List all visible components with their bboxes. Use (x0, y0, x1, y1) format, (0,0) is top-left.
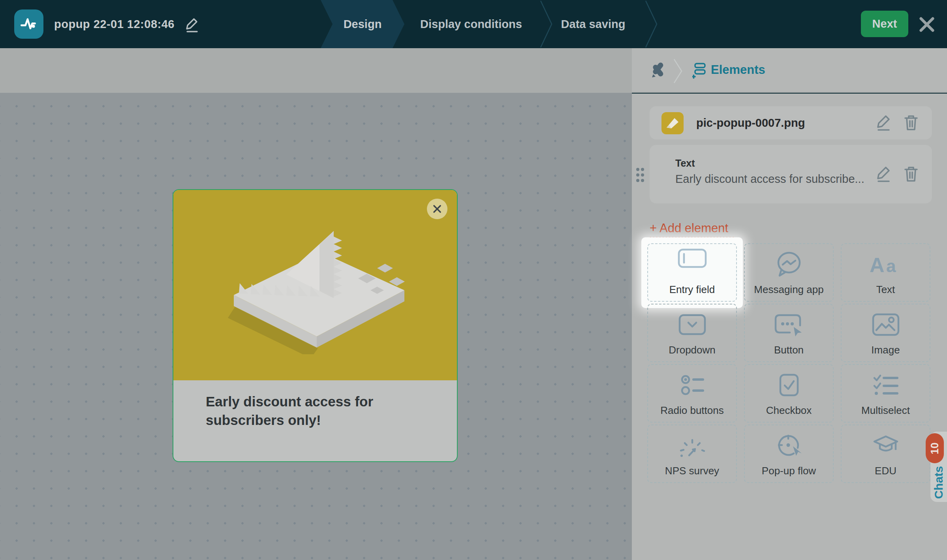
radio-buttons-icon (647, 368, 737, 402)
messaging-app-icon (744, 247, 834, 281)
tab-chevron-separator (644, 0, 659, 48)
tile-label: Checkbox (766, 404, 812, 417)
page-title: popup 22-01 12:08:46 (54, 0, 175, 48)
x-icon (433, 205, 442, 213)
tile-edu[interactable]: EDU (841, 425, 930, 483)
edu-graduation-cap-icon (841, 428, 930, 462)
tab-chevron-separator (539, 0, 554, 48)
tile-nps-survey[interactable]: NPS survey (647, 425, 737, 483)
badge-count: 10 (928, 442, 941, 454)
popup-flow-icon (744, 428, 834, 462)
tile-checkbox[interactable]: Checkbox (744, 364, 834, 423)
tile-label: Button (774, 344, 804, 356)
entry-field-icon (641, 241, 743, 275)
multiselect-icon (841, 368, 930, 402)
popup-image-section[interactable] (173, 190, 457, 380)
envelope-illustration (228, 228, 410, 354)
add-element-link[interactable]: + Add element (650, 221, 728, 235)
tile-label: Multiselect (861, 404, 910, 417)
tile-popup-flow[interactable]: Pop-up flow (744, 425, 834, 483)
nps-survey-icon (647, 428, 737, 462)
panel-header (632, 48, 947, 93)
tile-label: Dropdown (669, 344, 716, 356)
tile-label: Pop-up flow (762, 465, 816, 477)
tile-label: Text (876, 284, 895, 296)
tile-label: Entry field (669, 284, 715, 296)
tile-multiselect[interactable]: Multiselect (841, 364, 930, 423)
close-icon[interactable] (918, 15, 936, 34)
button-icon (744, 308, 834, 342)
tile-label: Messaging app (754, 284, 823, 296)
pulse-icon (18, 13, 40, 35)
element-text-preview: Early discount access for subscribe... (675, 173, 864, 186)
tile-messaging-app[interactable]: Messaging app (744, 243, 834, 302)
chats-side-tab[interactable]: 10 Chats (930, 432, 947, 502)
edit-pencil-icon[interactable] (876, 165, 891, 183)
tile-dropdown[interactable]: Dropdown (647, 304, 737, 362)
breadcrumb-chevron-icon (673, 58, 683, 84)
tab-display-conditions[interactable]: Display conditions (401, 0, 541, 48)
tile-text[interactable]: A a Text (841, 243, 930, 302)
canvas-toolbar (0, 48, 632, 93)
element-tiles-grid: Entry field Messaging app (647, 243, 930, 483)
popup-headline: Early discount access for subscribers on… (206, 392, 419, 430)
element-type-label: Text (675, 158, 695, 169)
design-canvas[interactable]: Early discount access for subscribers on… (0, 93, 632, 560)
tile-label: Radio buttons (660, 404, 723, 417)
elements-panel: pic-popup-0007.png Text Ea (632, 94, 947, 560)
tile-entry-field[interactable]: Entry field (647, 243, 737, 302)
tile-label: NPS survey (665, 465, 719, 477)
text-aa-icon: A a (841, 247, 930, 281)
image-thumbnail (661, 112, 684, 134)
drag-handle-icon[interactable] (635, 167, 645, 183)
tab-label: Data saving (561, 18, 626, 31)
app-logo[interactable] (14, 9, 43, 39)
next-button[interactable]: Next (861, 11, 908, 37)
tab-design[interactable]: Design (321, 0, 404, 48)
popup-preview[interactable]: Early discount access for subscribers on… (173, 189, 458, 462)
elements-list-add-icon (692, 62, 706, 79)
design-brush-icon[interactable] (650, 61, 666, 78)
tile-label: EDU (875, 465, 896, 477)
popup-text-section[interactable]: Early discount access for subscribers on… (173, 380, 457, 430)
panel-title: Elements (711, 48, 765, 93)
element-file-name: pic-popup-0007.png (696, 106, 805, 139)
popup-close-button[interactable] (427, 199, 447, 219)
tile-label: Image (871, 344, 900, 356)
svg-text:a: a (886, 256, 896, 276)
header-bar: popup 22-01 12:08:46 Design Display cond… (0, 0, 947, 48)
popup-builder-app: popup 22-01 12:08:46 Design Display cond… (0, 0, 947, 560)
tile-button[interactable]: Button (744, 304, 834, 362)
tab-label: Display conditions (420, 18, 522, 31)
tab-data-saving[interactable]: Data saving (541, 0, 645, 48)
tab-label: Design (344, 18, 382, 31)
delete-trash-icon[interactable] (904, 114, 919, 132)
tutorial-spotlight: Entry field (641, 237, 743, 308)
chats-unread-badge: 10 (926, 433, 944, 463)
checkbox-icon (744, 368, 834, 402)
element-card-image[interactable]: pic-popup-0007.png (650, 106, 932, 139)
dropdown-icon (647, 308, 737, 342)
delete-trash-icon[interactable] (904, 165, 919, 183)
tile-radio-buttons[interactable]: Radio buttons (647, 364, 737, 423)
svg-text:A: A (870, 254, 885, 276)
edit-pencil-icon[interactable] (876, 114, 891, 132)
element-card-text[interactable]: Text Early discount access for subscribe… (650, 145, 932, 203)
image-icon (841, 308, 930, 342)
chats-label: Chats (932, 466, 945, 499)
tile-image[interactable]: Image (841, 304, 930, 362)
edit-title-pencil-icon[interactable] (185, 17, 199, 33)
